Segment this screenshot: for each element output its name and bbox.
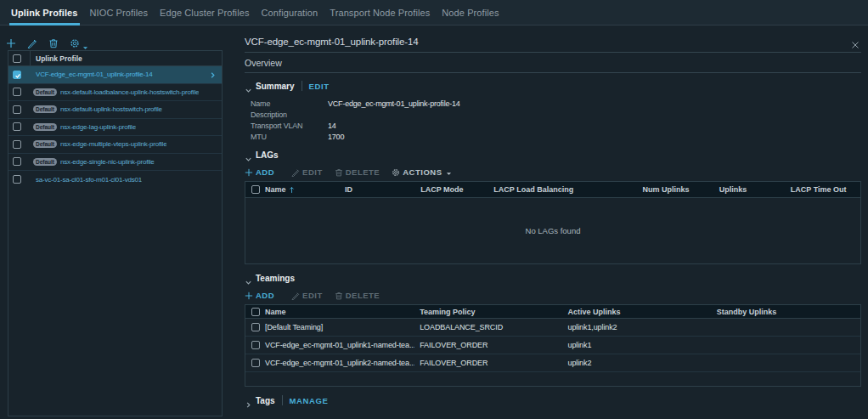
column-header[interactable]: Uplinks (714, 185, 786, 194)
teamings-add-button[interactable]: ADD (245, 291, 274, 300)
field-label: Name (251, 99, 328, 108)
column-header[interactable]: LACP Load Balancing (488, 185, 637, 194)
select-all-checkbox[interactable] (251, 308, 260, 316)
chevron-right-icon[interactable] (245, 397, 252, 405)
lags-actions-menu[interactable]: ACTIONS (392, 167, 452, 177)
sort-asc-icon (289, 186, 295, 194)
field-value: 14 (328, 122, 336, 130)
tab-configuration[interactable]: Configuration (261, 0, 319, 25)
gear-icon (70, 37, 80, 47)
page-title: VCF-edge_ec-mgmt-01_uplink-profile-14 (245, 37, 419, 47)
edit-icon[interactable] (27, 37, 37, 47)
overview-label: Overview (245, 53, 861, 73)
column-header[interactable]: Num Uplinks (638, 185, 714, 194)
select-all-checkbox[interactable] (13, 54, 21, 63)
profile-name: nsx-default-loadbalance-uplink-hostswitc… (60, 88, 199, 96)
summary-field: NameVCF-edge_ec-mgmt-01_uplink-profile-1… (251, 99, 861, 110)
table-cell: uplink1,uplink2 (562, 323, 711, 331)
chevron-down-icon[interactable] (245, 151, 252, 159)
delete-icon[interactable] (48, 37, 59, 47)
tab-node-profiles[interactable]: Node Profiles (441, 0, 499, 25)
gear-icon (392, 168, 400, 177)
column-header[interactable]: Name (260, 185, 340, 194)
column-header[interactable]: ID (340, 185, 415, 194)
field-label: MTU (251, 133, 328, 141)
uplink-profile-row[interactable]: sa-vc-01-sa-cl01-sfo-m01-cl01-vds01 (8, 171, 222, 189)
lags-toolbar: ADD EDIT DELETE ACTIONS (245, 167, 861, 178)
row-checkbox[interactable] (251, 341, 260, 349)
add-icon[interactable] (6, 37, 16, 47)
uplink-profile-column-header[interactable]: Uplink Profile (36, 54, 82, 63)
row-checkbox[interactable] (251, 359, 260, 367)
manage-tags-button[interactable]: MANAGE (290, 396, 329, 405)
column-header[interactable]: Standby Uplinks (712, 308, 860, 316)
caret-down-icon (82, 39, 88, 45)
tab-uplink-profiles[interactable]: Uplink Profiles (10, 0, 79, 25)
sidebar-toolbar (6, 34, 88, 49)
teamings-toolbar: ADD EDIT DELETE (245, 290, 861, 301)
uplink-profile-row[interactable]: Defaultnsx-default-uplink-hostswitch-pro… (8, 101, 222, 119)
settings-menu[interactable] (70, 37, 88, 47)
chevron-down-icon[interactable] (245, 275, 252, 282)
default-badge: Default (33, 140, 57, 148)
lags-add-button[interactable]: ADD (245, 167, 274, 177)
column-header[interactable]: LACP Time Out (786, 185, 860, 194)
teamings-delete-button[interactable]: DELETE (335, 291, 380, 300)
default-badge: Default (33, 105, 57, 113)
summary-heading: Summary (256, 82, 295, 91)
profile-tabs: Uplink ProfilesNIOC ProfilesEdge Cluster… (0, 0, 868, 25)
lags-empty-state: No LAGs found (245, 198, 860, 263)
add-icon (245, 292, 253, 300)
column-header[interactable]: Teaming Policy (414, 308, 562, 316)
teamings-table: NameTeaming PolicyActive UplinksStandby … (245, 304, 861, 387)
teamings-edit-button[interactable]: EDIT (291, 291, 323, 300)
row-checkbox[interactable] (13, 88, 21, 96)
column-header[interactable]: Active Uplinks (562, 308, 711, 316)
profile-name: nsx-edge-single-nic-uplink-profile (60, 158, 155, 166)
tab-transport-node-profiles[interactable]: Transport Node Profiles (329, 0, 431, 25)
row-checkbox[interactable] (251, 323, 260, 331)
edit-summary-button[interactable]: EDIT (309, 82, 330, 91)
row-checkbox[interactable] (13, 140, 21, 149)
teaming-row[interactable]: VCF-edge_ec-mgmt-01_uplink1-named-tea...… (245, 337, 860, 354)
lags-section-header: LAGs (245, 149, 861, 161)
profile-name: nsx-default-uplink-hostswitch-profile (60, 105, 162, 113)
teaming-row[interactable]: [Default Teaming]LOADBALANCE_SRCIDuplink… (245, 319, 860, 337)
summary-fields: NameVCF-edge_ec-mgmt-01_uplink-profile-1… (251, 99, 861, 142)
column-header[interactable]: Name (260, 308, 414, 316)
profile-name: sa-vc-01-sa-cl01-sfo-m01-cl01-vds01 (36, 176, 142, 184)
lags-edit-button[interactable]: EDIT (291, 167, 323, 177)
table-cell: VCF-edge_ec-mgmt-01_uplink2-named-tea... (260, 359, 414, 367)
row-checkbox[interactable] (13, 175, 21, 184)
delete-icon (335, 168, 343, 177)
uplink-profile-list: Uplink Profile VCF-edge_ec-mgmt-01_uplin… (8, 50, 223, 416)
uplink-profile-row[interactable]: Defaultnsx-default-loadbalance-uplink-ho… (8, 84, 222, 102)
tab-nioc-profiles[interactable]: NIOC Profiles (89, 0, 149, 25)
table-cell: FAILOVER_ORDER (414, 359, 562, 367)
tags-heading: Tags (256, 396, 275, 405)
row-checkbox[interactable] (13, 122, 21, 131)
teamings-section-header: Teamings (245, 272, 861, 284)
uplink-profile-row[interactable]: Defaultnsx-edge-multiple-vteps-uplink-pr… (8, 136, 222, 154)
column-header[interactable]: LACP Mode (415, 185, 488, 194)
teaming-row[interactable]: VCF-edge_ec-mgmt-01_uplink2-named-tea...… (245, 354, 860, 372)
profile-name: nsx-edge-lag-uplink-profile (60, 123, 136, 131)
field-value: VCF-edge_ec-mgmt-01_uplink-profile-14 (328, 99, 460, 108)
close-icon[interactable] (851, 37, 860, 46)
row-checkbox[interactable] (13, 157, 21, 166)
select-all-checkbox[interactable] (251, 185, 260, 194)
lags-delete-button[interactable]: DELETE (335, 167, 380, 177)
caret-down-icon (446, 169, 452, 175)
row-checkbox[interactable] (13, 71, 21, 79)
chevron-down-icon[interactable] (245, 82, 252, 90)
table-cell: VCF-edge_ec-mgmt-01_uplink1-named-tea... (260, 341, 414, 349)
summary-field: MTU1700 (251, 131, 861, 142)
uplink-profile-row[interactable]: Defaultnsx-edge-single-nic-uplink-profil… (8, 154, 222, 172)
tab-edge-cluster-profiles[interactable]: Edge Cluster Profiles (159, 0, 250, 25)
row-checkbox[interactable] (13, 105, 21, 114)
uplink-profile-row[interactable]: Defaultnsx-edge-lag-uplink-profile (8, 119, 222, 137)
table-cell: [Default Teaming] (260, 323, 414, 331)
uplink-profile-row[interactable]: VCF-edge_ec-mgmt-01_uplink-profile-14 (8, 66, 222, 84)
summary-field: Description (251, 110, 861, 121)
default-badge: Default (33, 123, 57, 131)
